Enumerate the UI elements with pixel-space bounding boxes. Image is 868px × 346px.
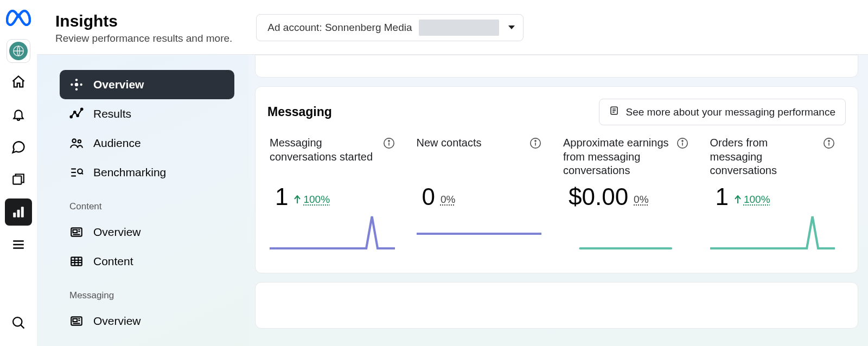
sparkline bbox=[417, 213, 542, 257]
page-title: Insights bbox=[55, 12, 232, 30]
metric-title: Approximate earnings from messaging conv… bbox=[563, 136, 672, 178]
home-icon[interactable] bbox=[5, 68, 32, 95]
svg-line-25 bbox=[82, 173, 83, 174]
messaging-card-title: Messaging bbox=[267, 105, 332, 119]
meta-logo bbox=[6, 10, 31, 28]
svg-point-10 bbox=[75, 83, 79, 87]
sidebar-item-label: Content bbox=[93, 255, 133, 268]
card-above-stub bbox=[255, 55, 858, 78]
bell-icon[interactable] bbox=[5, 101, 32, 128]
sidebar-item-benchmarking[interactable]: Benchmarking bbox=[60, 158, 234, 187]
search-icon[interactable] bbox=[5, 309, 32, 336]
svg-point-50 bbox=[535, 140, 536, 142]
metric-2: Approximate earnings from messaging conv… bbox=[552, 133, 699, 262]
info-icon[interactable] bbox=[823, 137, 835, 151]
sidebar-item-label: Results bbox=[93, 107, 131, 120]
svg-point-56 bbox=[828, 140, 829, 142]
grid-icon bbox=[69, 254, 84, 268]
newspaper-icon bbox=[69, 225, 84, 239]
svg-point-15 bbox=[71, 116, 72, 118]
info-icon[interactable] bbox=[529, 137, 541, 151]
metric-title: Messaging conversations started bbox=[270, 136, 379, 164]
sparkline bbox=[563, 213, 688, 257]
metric-value: 1 bbox=[275, 185, 288, 209]
sidebar-item-audience[interactable]: Audience bbox=[60, 129, 234, 158]
svg-rect-27 bbox=[73, 230, 78, 233]
metric-delta: 0% bbox=[634, 194, 648, 209]
metric-delta: 100% bbox=[734, 194, 770, 209]
avatar-icon bbox=[9, 42, 28, 60]
sidebar-item-content[interactable]: Content bbox=[60, 247, 234, 276]
sparkline bbox=[270, 213, 395, 257]
report-icon bbox=[609, 106, 619, 118]
page-header: Insights Review performance results and … bbox=[37, 0, 868, 54]
svg-rect-1 bbox=[13, 176, 21, 184]
svg-point-19 bbox=[72, 139, 76, 143]
metric-value: 1 bbox=[716, 185, 729, 209]
metric-title: New contacts bbox=[417, 136, 482, 150]
metric-delta: 0% bbox=[441, 194, 455, 209]
left-rail bbox=[0, 0, 37, 346]
svg-rect-4 bbox=[21, 207, 23, 217]
svg-rect-3 bbox=[17, 210, 20, 217]
see-more-label: See more about your messaging performanc… bbox=[626, 106, 835, 118]
sidebar-item-messaging-overview[interactable]: Overview bbox=[60, 306, 234, 336]
svg-point-13 bbox=[71, 84, 73, 86]
metric-value: 0 bbox=[422, 185, 435, 209]
svg-point-53 bbox=[681, 140, 682, 142]
svg-rect-37 bbox=[73, 319, 78, 322]
info-icon[interactable] bbox=[676, 137, 688, 151]
people-icon bbox=[69, 136, 84, 150]
menu-icon[interactable] bbox=[5, 231, 32, 258]
svg-point-47 bbox=[388, 140, 389, 142]
sidebar-section-content: Content bbox=[60, 187, 234, 217]
ad-account-label: Ad account: Sonnenberg Media bbox=[267, 22, 412, 34]
main-content: Messaging See more about your messaging … bbox=[248, 55, 868, 346]
redacted-account-value bbox=[419, 20, 499, 36]
chat-icon[interactable] bbox=[5, 133, 32, 161]
sidebar-item-label: Overview bbox=[93, 315, 141, 328]
trend-icon bbox=[69, 107, 84, 121]
svg-rect-2 bbox=[13, 213, 16, 217]
newspaper-icon bbox=[69, 314, 84, 328]
sidebar: Overview Results Audience Benchmarking bbox=[37, 55, 248, 346]
insights-icon[interactable] bbox=[5, 198, 32, 226]
svg-point-16 bbox=[74, 111, 75, 113]
svg-point-20 bbox=[78, 140, 81, 143]
sidebar-item-content-overview[interactable]: Overview bbox=[60, 217, 234, 247]
posts-icon[interactable] bbox=[5, 166, 32, 193]
svg-point-17 bbox=[76, 115, 78, 117]
metric-value: $0.00 bbox=[569, 185, 628, 209]
page-subtitle: Review performance results and more. bbox=[55, 33, 232, 44]
metric-delta: 100% bbox=[293, 194, 330, 209]
sidebar-section-messaging: Messaging bbox=[60, 276, 234, 306]
card-below-stub bbox=[255, 282, 858, 329]
sparkle-icon bbox=[69, 78, 84, 92]
metric-1: New contacts0 0% bbox=[406, 133, 553, 262]
svg-point-12 bbox=[75, 88, 78, 91]
see-more-messaging-button[interactable]: See more about your messaging performanc… bbox=[599, 99, 846, 125]
messaging-card: Messaging See more about your messaging … bbox=[255, 86, 858, 273]
sidebar-item-label: Overview bbox=[93, 78, 144, 91]
sparkline bbox=[710, 213, 835, 257]
svg-point-24 bbox=[78, 169, 82, 174]
benchmark-icon bbox=[69, 165, 84, 180]
ad-account-select[interactable]: Ad account: Sonnenberg Media bbox=[256, 14, 523, 41]
svg-line-9 bbox=[21, 325, 24, 328]
svg-point-14 bbox=[80, 84, 82, 86]
sidebar-item-overview[interactable]: Overview bbox=[60, 70, 234, 99]
sidebar-item-label: Benchmarking bbox=[93, 166, 166, 179]
svg-point-18 bbox=[81, 108, 82, 110]
metric-3: Orders from messaging conversations1 100… bbox=[699, 133, 846, 262]
sidebar-item-results[interactable]: Results bbox=[60, 99, 234, 129]
metric-0: Messaging conversations started1 100% bbox=[267, 133, 406, 262]
svg-rect-31 bbox=[71, 257, 82, 265]
svg-point-11 bbox=[75, 79, 78, 81]
svg-point-8 bbox=[13, 317, 22, 326]
caret-down-icon bbox=[508, 23, 515, 33]
profile-avatar[interactable] bbox=[7, 39, 30, 63]
metric-title: Orders from messaging conversations bbox=[710, 136, 819, 178]
info-icon[interactable] bbox=[383, 137, 395, 151]
sidebar-item-label: Audience bbox=[93, 137, 141, 150]
sidebar-item-label: Overview bbox=[93, 226, 141, 239]
